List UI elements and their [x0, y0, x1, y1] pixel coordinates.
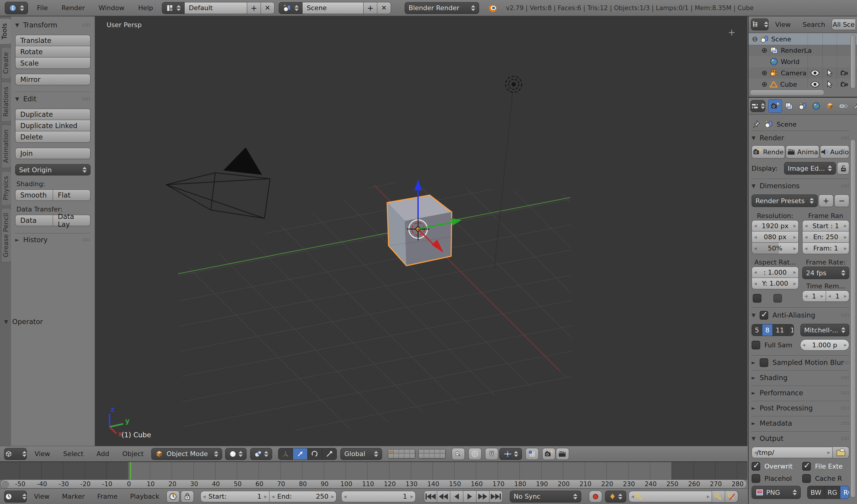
lamp-object[interactable] — [506, 76, 522, 93]
properties-tab-render[interactable] — [768, 100, 782, 113]
properties-tab-world[interactable] — [809, 100, 823, 113]
layer-toggle[interactable] — [435, 450, 440, 454]
panel-grip-icon[interactable] — [82, 97, 90, 101]
properties-vertical-scrollbar[interactable] — [851, 139, 856, 498]
expander-icon[interactable]: ⊕ — [759, 69, 770, 77]
set-origin-dropdown[interactable]: Set Origin — [15, 164, 90, 175]
properties-tab-render-layers[interactable] — [782, 100, 796, 113]
full-sample-checkbox[interactable] — [752, 341, 760, 349]
timeline-ruler[interactable]: -50-40-30-20-100102030405060708090100110… — [1, 480, 747, 488]
lock-time-button[interactable] — [181, 491, 194, 503]
toolshelf-tab-relations[interactable]: Relations — [1, 82, 11, 122]
panel-header-dimensions[interactable]: ▼Dimensions — [752, 181, 849, 191]
record-button[interactable] — [589, 491, 602, 503]
delete-button[interactable]: Delete — [15, 131, 90, 143]
layer-toggle[interactable] — [424, 450, 430, 454]
manipulator-z-arrow[interactable] — [414, 180, 422, 190]
outliner-filter-dropdown[interactable]: All Sce — [832, 19, 855, 30]
resolution-percent-slider[interactable]: 50% — [752, 243, 799, 254]
render-border-button[interactable] — [525, 448, 539, 460]
render-animation-button[interactable]: Anima — [786, 145, 819, 158]
outliner-row-camera[interactable]: ⊕Camera — [749, 67, 857, 79]
timeline-canvas[interactable] — [0, 462, 747, 480]
menu-render[interactable]: Render — [62, 4, 85, 12]
time-remap-old-field[interactable]: 1 — [802, 290, 826, 302]
viewport-shading-dropdown[interactable] — [225, 448, 247, 460]
outliner-vertical-scrollbar[interactable] — [851, 35, 856, 88]
toolshelf-tab-grease-pencil[interactable]: Grease Pencil — [1, 208, 11, 263]
outliner-horizontal-scrollbar[interactable] — [750, 90, 824, 96]
render-display-dropdown[interactable]: Image Ed... — [784, 162, 836, 174]
frame-start-field[interactable]: Start : 1 — [802, 220, 849, 232]
file-exte-checkbox[interactable] — [802, 462, 811, 471]
insert-keyframe-button[interactable] — [712, 491, 725, 503]
current-frame-field[interactable]: 1 — [341, 491, 416, 502]
editor-type-button[interactable] — [4, 448, 27, 460]
duplicate-linked-button[interactable]: Duplicate Linked — [15, 120, 90, 131]
timeline-menu-view[interactable]: View — [34, 493, 49, 500]
panel-header-operator[interactable]: ▼Operator — [4, 317, 90, 327]
panel-grip-icon[interactable] — [841, 406, 849, 410]
opengl-render-button[interactable] — [542, 448, 555, 460]
keying-set-dropdown[interactable]: ♦ — [605, 491, 626, 503]
filter-size-field[interactable]: 1.000 p — [800, 339, 850, 351]
layers-group-2[interactable] — [418, 449, 446, 459]
frame-end-field[interactable]: En: 250 — [802, 232, 849, 243]
mode-dropdown[interactable]: Object Mode — [151, 448, 222, 460]
panel-header-output[interactable]: ▼Output — [752, 433, 849, 443]
cache-r-checkbox[interactable] — [802, 474, 811, 483]
outliner-menu-search[interactable]: Search — [803, 21, 825, 28]
panel-grip-icon[interactable] — [841, 184, 849, 188]
properties-tab-constraints[interactable] — [837, 100, 851, 113]
render-audio-button[interactable]: Audio — [820, 145, 849, 158]
border-checkbox[interactable] — [753, 294, 761, 303]
layer-toggle[interactable] — [440, 454, 446, 458]
add-layout-button[interactable]: + — [247, 2, 261, 14]
use-preview-range-button[interactable] — [166, 491, 180, 503]
toolshelf-tab-tools[interactable]: Tools — [0, 18, 11, 45]
play-reverse-button[interactable] — [450, 491, 463, 503]
layer-toggle[interactable] — [404, 450, 410, 454]
layer-toggle[interactable] — [410, 454, 415, 458]
data-transfer-data-lay-button[interactable]: Data Lay — [53, 215, 90, 226]
shading-smooth-button[interactable]: Smooth — [15, 189, 53, 201]
crop-checkbox[interactable] — [773, 294, 782, 303]
snap-button[interactable] — [485, 448, 498, 460]
toolshelf-tab-create[interactable]: Create — [1, 47, 11, 79]
resolution-y-field[interactable]: 080 px — [752, 232, 799, 243]
layer-toggle[interactable] — [419, 450, 424, 454]
play-button[interactable] — [463, 491, 476, 503]
placehol-checkbox[interactable] — [752, 474, 760, 483]
manipulator-translate-button[interactable] — [293, 448, 308, 459]
outliner-row-renderla[interactable]: ⊕RenderLa — [749, 45, 857, 56]
fps-dropdown[interactable]: 24 fps — [802, 267, 849, 279]
layer-toggle[interactable] — [440, 450, 446, 454]
layer-toggle[interactable] — [394, 454, 399, 458]
properties-tab-object[interactable] — [823, 100, 837, 113]
close-scene-button[interactable]: ✕ — [377, 2, 391, 14]
anti-aliasing-checkbox[interactable] — [760, 311, 768, 320]
jump-to-start-button[interactable] — [424, 491, 437, 503]
outliner-row-scene[interactable]: ⊖Scene — [749, 33, 857, 45]
render-button[interactable]: Rende — [752, 145, 785, 158]
layer-toggle[interactable] — [424, 454, 430, 458]
scene-browse-button[interactable] — [279, 2, 303, 14]
next-keyframe-button[interactable] — [476, 491, 489, 503]
toolshelf-tab-animation[interactable]: Animation — [1, 124, 11, 168]
camera-restrict-icon[interactable] — [837, 69, 851, 77]
timeline-menu-marker[interactable]: Marker — [62, 493, 85, 500]
menu-help[interactable]: Help — [138, 4, 153, 12]
manipulator-rotate-button[interactable] — [308, 448, 322, 459]
panel-grip-icon[interactable] — [841, 136, 849, 140]
render-presets-dropdown[interactable]: Render Presets — [752, 195, 818, 207]
panel-grip-icon[interactable] — [82, 23, 90, 27]
scene-name-field[interactable]: Scene — [303, 2, 364, 14]
frame-start-field[interactable]: Start:1 — [200, 491, 269, 502]
render-engine-select[interactable]: Blender Render — [405, 2, 479, 14]
panel-grip-icon[interactable] — [841, 313, 849, 317]
viewport-menu-add[interactable]: Add — [97, 450, 109, 457]
panel-header-metadata[interactable]: ►Metadata — [752, 418, 849, 429]
file-format-dropdown[interactable]: PNG — [752, 486, 801, 499]
scale-button[interactable]: Scale — [15, 57, 90, 69]
panel-header-edit[interactable]: ▼Edit — [15, 94, 90, 104]
